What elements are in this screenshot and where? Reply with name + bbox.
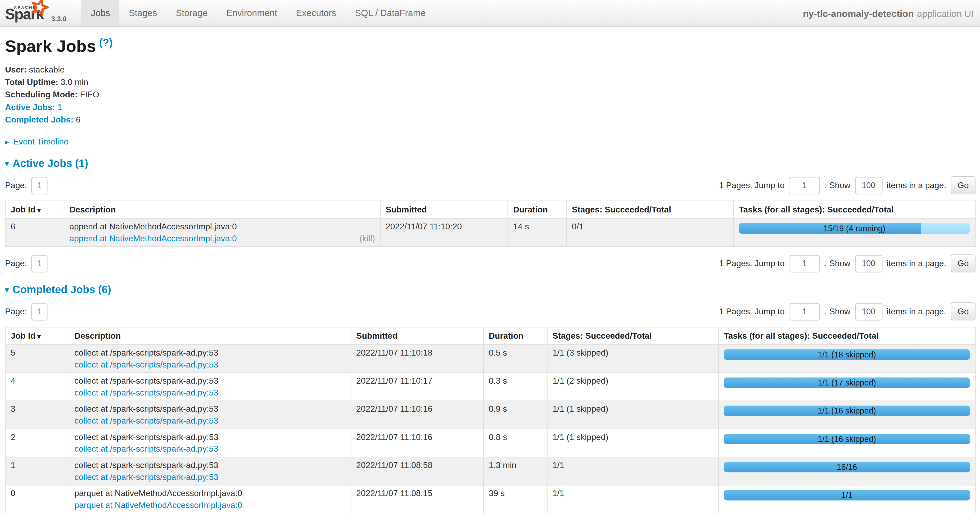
go-button[interactable]: Go bbox=[951, 254, 976, 272]
summary-item: Scheduling Mode: FIFO bbox=[5, 90, 976, 99]
tab-executors[interactable]: Executors bbox=[286, 0, 346, 26]
section-header-completed-jobs[interactable]: ▾Completed Jobs (6) bbox=[5, 284, 976, 296]
spark-logo[interactable]: APACHE Spark bbox=[5, 0, 46, 25]
tab-stages[interactable]: Stages bbox=[119, 0, 166, 26]
job-stages-cell: 1/1 (1 skipped) bbox=[547, 401, 719, 429]
column-header-duration[interactable]: Duration bbox=[508, 201, 566, 218]
event-timeline-toggle[interactable]: ▸Event Timeline bbox=[5, 137, 976, 146]
job-detail-link[interactable]: collect at /spark-scripts/spark-ad.py:53 bbox=[74, 388, 218, 397]
job-id-cell: 5 bbox=[5, 345, 69, 373]
progress-label: 1/1 (18 skipped) bbox=[724, 349, 970, 360]
column-header-duration[interactable]: Duration bbox=[484, 327, 547, 345]
go-button[interactable]: Go bbox=[951, 302, 976, 321]
items-per-page-input[interactable] bbox=[855, 254, 882, 272]
collapse-right-icon: ▸ bbox=[5, 138, 9, 146]
app-title-suffix: application UI bbox=[917, 8, 974, 19]
job-duration-cell: 0.8 s bbox=[484, 429, 547, 457]
tasks-progress-bar: 1/1 (16 skipped) bbox=[724, 434, 970, 444]
tasks-progress-bar: 15/19 (4 running) bbox=[739, 223, 970, 233]
tasks-progress-bar: 1/1 bbox=[724, 490, 970, 500]
active-jobs-pagination-bottom: Page: 1 Pages. Jump to . Show items in a… bbox=[5, 254, 976, 272]
job-tasks-cell: 1/1 (16 skipped) bbox=[719, 401, 975, 429]
column-header-description[interactable]: Description bbox=[69, 327, 351, 345]
job-row: 6append at NativeMethodAccessorImpl.java… bbox=[5, 218, 975, 246]
pagination-bar: Page: 1 Pages. Jump to . Show items in a… bbox=[5, 176, 976, 194]
job-tasks-cell: 16/16 bbox=[719, 457, 975, 485]
page-number-input[interactable] bbox=[32, 254, 48, 272]
job-description-cell: collect at /spark-scripts/spark-ad.py:53… bbox=[69, 457, 351, 485]
job-description-cell: collect at /spark-scripts/spark-ad.py:53… bbox=[69, 345, 351, 373]
items-per-page-input[interactable] bbox=[855, 176, 882, 194]
summary-value: 6 bbox=[76, 115, 80, 124]
column-header-job-id[interactable]: Job Id▾ bbox=[5, 327, 69, 345]
job-submitted-cell: 2022/11/07 11:08:58 bbox=[351, 457, 484, 485]
active-jobs-pagination-top: Page: 1 Pages. Jump to . Show items in a… bbox=[5, 176, 976, 194]
job-stages-cell: 1/1 bbox=[547, 485, 719, 513]
column-header-stages[interactable]: Stages: Succeeded/Total bbox=[547, 327, 719, 345]
column-header-submitted[interactable]: Submitted bbox=[351, 327, 484, 345]
job-tasks-cell: 1/1 bbox=[719, 485, 975, 513]
active-jobs-table: Job Id▾DescriptionSubmittedDurationStage… bbox=[5, 200, 976, 247]
progress-label: 16/16 bbox=[724, 462, 970, 472]
job-description-text: collect at /spark-scripts/spark-ad.py:53 bbox=[74, 376, 346, 386]
summary-label[interactable]: Completed Jobs: bbox=[5, 115, 73, 124]
job-detail-link[interactable]: collect at /spark-scripts/spark-ad.py:53 bbox=[74, 416, 218, 426]
job-duration-cell: 0.5 s bbox=[484, 345, 547, 373]
pagination-bar: Page: 1 Pages. Jump to . Show items in a… bbox=[5, 254, 976, 272]
job-id-cell: 4 bbox=[5, 373, 69, 401]
page-number-input[interactable] bbox=[32, 303, 48, 320]
tab-sql-dataframe[interactable]: SQL / DataFrame bbox=[346, 0, 435, 26]
job-detail-link[interactable]: append at NativeMethodAccessorImpl.java:… bbox=[69, 233, 237, 243]
go-button[interactable]: Go bbox=[951, 176, 976, 194]
job-row: 2collect at /spark-scripts/spark-ad.py:5… bbox=[5, 429, 975, 457]
column-header-stages[interactable]: Stages: Succeeded/Total bbox=[566, 201, 733, 218]
pages-count-text: 1 Pages. Jump to bbox=[719, 181, 785, 190]
navbar: APACHE Spark 3.3.0 JobsStagesStorageEnvi… bbox=[0, 0, 980, 27]
items-in-page-text: items in a page. bbox=[886, 307, 946, 316]
summary-label[interactable]: Active Jobs: bbox=[5, 102, 55, 112]
pages-count-text: 1 Pages. Jump to bbox=[719, 307, 785, 316]
jump-to-page-input[interactable] bbox=[789, 303, 820, 320]
job-detail-link[interactable]: parquet at NativeMethodAccessorImpl.java… bbox=[74, 500, 242, 510]
job-tasks-cell: 1/1 (16 skipped) bbox=[719, 429, 975, 457]
column-header-tasks-for-all-stages[interactable]: Tasks (for all stages): Succeeded/Total bbox=[733, 201, 975, 218]
kill-link[interactable]: (kill) bbox=[360, 233, 375, 243]
completed-jobs-title: Completed Jobs (6) bbox=[13, 284, 111, 295]
sort-desc-icon: ▾ bbox=[37, 332, 41, 340]
column-header-tasks-for-all-stages[interactable]: Tasks (for all stages): Succeeded/Total bbox=[719, 327, 975, 345]
tasks-progress-bar: 1/1 (17 skipped) bbox=[724, 377, 970, 388]
nav-tabs: JobsStagesStorageEnvironmentExecutorsSQL… bbox=[81, 0, 435, 26]
help-link[interactable]: (?) bbox=[99, 37, 113, 49]
column-header-job-id[interactable]: Job Id▾ bbox=[5, 201, 64, 218]
job-detail-link[interactable]: collect at /spark-scripts/spark-ad.py:53 bbox=[74, 444, 218, 453]
job-duration-cell: 0.3 s bbox=[484, 373, 547, 401]
job-description-text: collect at /spark-scripts/spark-ad.py:53 bbox=[74, 404, 346, 413]
section-header-active-jobs[interactable]: ▾Active Jobs (1) bbox=[5, 157, 976, 170]
jump-to-page-input[interactable] bbox=[789, 254, 820, 272]
jump-to-page-input[interactable] bbox=[789, 176, 820, 194]
job-detail-link[interactable]: collect at /spark-scripts/spark-ad.py:53 bbox=[74, 472, 218, 481]
job-id-cell: 0 bbox=[5, 485, 69, 513]
job-row: 4collect at /spark-scripts/spark-ad.py:5… bbox=[5, 373, 975, 401]
job-duration-cell: 14 s bbox=[508, 218, 566, 246]
items-per-page-input[interactable] bbox=[855, 303, 882, 320]
job-stages-cell: 1/1 (2 skipped) bbox=[547, 373, 719, 401]
column-header-description[interactable]: Description bbox=[64, 201, 380, 218]
job-description-cell: collect at /spark-scripts/spark-ad.py:53… bbox=[69, 401, 351, 429]
tab-storage[interactable]: Storage bbox=[167, 0, 217, 26]
job-description-text: collect at /spark-scripts/spark-ad.py:53 bbox=[74, 348, 346, 357]
job-description-text: parquet at NativeMethodAccessorImpl.java… bbox=[74, 489, 346, 498]
page-title-text: Spark Jobs bbox=[5, 37, 96, 56]
tab-environment[interactable]: Environment bbox=[217, 0, 286, 26]
job-description-text: collect at /spark-scripts/spark-ad.py:53 bbox=[74, 432, 346, 442]
progress-label: 1/1 (16 skipped) bbox=[724, 434, 970, 444]
job-detail-link[interactable]: collect at /spark-scripts/spark-ad.py:53 bbox=[74, 360, 218, 369]
job-description-text: collect at /spark-scripts/spark-ad.py:53 bbox=[74, 461, 346, 470]
active-jobs-title: Active Jobs (1) bbox=[13, 157, 88, 169]
column-header-submitted[interactable]: Submitted bbox=[380, 201, 508, 218]
job-row: 3collect at /spark-scripts/spark-ad.py:5… bbox=[5, 401, 975, 429]
job-row: 0parquet at NativeMethodAccessorImpl.jav… bbox=[5, 485, 975, 513]
job-submitted-cell: 2022/11/07 11:10:16 bbox=[351, 429, 484, 457]
tab-jobs[interactable]: Jobs bbox=[81, 0, 119, 26]
page-number-input[interactable] bbox=[32, 176, 48, 194]
